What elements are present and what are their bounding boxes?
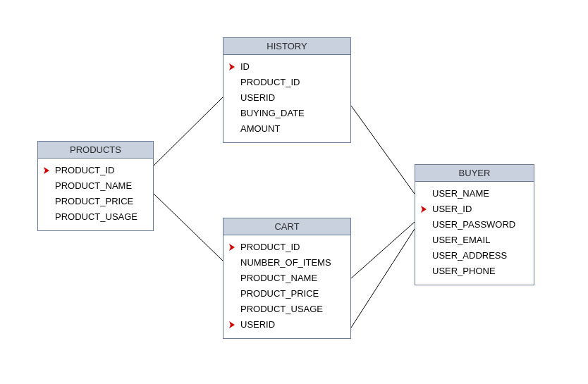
entity-cart-title: CART bbox=[223, 218, 350, 235]
entity-cart[interactable]: CART PRODUCT_ID NUMBER_OF_ITEMS PRODUCT_… bbox=[223, 218, 351, 339]
field-row: BUYING_DATE bbox=[223, 106, 350, 121]
svg-line-1 bbox=[154, 194, 223, 261]
primary-key-icon bbox=[228, 62, 239, 72]
key-slot-empty bbox=[228, 258, 239, 268]
key-slot-empty bbox=[419, 251, 431, 261]
entity-products-title: PRODUCTS bbox=[38, 142, 153, 159]
field-label: PRODUCT_USAGE bbox=[54, 210, 137, 224]
primary-key-icon bbox=[228, 320, 239, 330]
field-row: NUMBER_OF_ITEMS bbox=[223, 255, 350, 271]
field-label: PRODUCT_PRICE bbox=[239, 287, 319, 301]
field-row: USER_NAME bbox=[415, 186, 534, 202]
field-row: USERID bbox=[223, 317, 350, 333]
svg-line-3 bbox=[351, 222, 415, 278]
field-label: PRODUCT_ID bbox=[239, 240, 300, 254]
key-slot-empty bbox=[419, 235, 431, 245]
entity-history[interactable]: HISTORY ID PRODUCT_ID USERID BUYING_DATE… bbox=[223, 37, 351, 143]
svg-marker-7 bbox=[229, 244, 235, 251]
svg-marker-9 bbox=[421, 206, 427, 213]
entity-products[interactable]: PRODUCTS PRODUCT_ID PRODUCT_NAME PRODUCT… bbox=[37, 141, 154, 231]
field-row: PRODUCT_ID bbox=[223, 240, 350, 255]
field-row: PRODUCT_PRICE bbox=[223, 286, 350, 302]
field-row: PRODUCT_ID bbox=[38, 163, 153, 178]
field-label: USER_PASSWORD bbox=[431, 218, 515, 232]
field-row: USER_ID bbox=[415, 202, 534, 217]
field-row: PRODUCT_USAGE bbox=[38, 209, 153, 225]
svg-line-0 bbox=[154, 97, 223, 166]
field-row: PRODUCT_NAME bbox=[223, 271, 350, 286]
field-row: ID bbox=[223, 59, 350, 75]
key-slot-empty bbox=[228, 273, 239, 283]
field-label: PRODUCT_NAME bbox=[54, 179, 132, 193]
field-row: USER_EMAIL bbox=[415, 233, 534, 248]
field-label: USERID bbox=[239, 91, 275, 105]
field-row: USER_ADDRESS bbox=[415, 248, 534, 264]
key-slot-empty bbox=[42, 197, 54, 206]
svg-marker-8 bbox=[229, 321, 235, 328]
field-label: AMOUNT bbox=[239, 122, 280, 136]
key-slot-empty bbox=[42, 181, 54, 191]
key-slot-empty bbox=[419, 189, 431, 199]
field-label: PRODUCT_ID bbox=[54, 163, 115, 178]
field-row: PRODUCT_NAME bbox=[38, 178, 153, 194]
field-row: USER_PHONE bbox=[415, 264, 534, 279]
field-label: PRODUCT_ID bbox=[239, 75, 300, 89]
key-slot-empty bbox=[42, 212, 54, 222]
field-label: ID bbox=[239, 60, 250, 74]
field-label: USER_EMAIL bbox=[431, 233, 490, 247]
field-row: USERID bbox=[223, 90, 350, 106]
field-label: BUYING_DATE bbox=[239, 106, 305, 120]
field-label: PRODUCT_USAGE bbox=[239, 302, 323, 316]
field-row: PRODUCT_ID bbox=[223, 75, 350, 90]
field-label: NUMBER_OF_ITEMS bbox=[239, 256, 331, 270]
field-label: USER_PHONE bbox=[431, 264, 496, 278]
key-slot-empty bbox=[419, 220, 431, 230]
entity-history-title: HISTORY bbox=[223, 38, 350, 55]
field-row: PRODUCT_USAGE bbox=[223, 302, 350, 317]
entity-buyer-fields: USER_NAME USER_ID USER_PASSWORD USER_EMA… bbox=[415, 182, 534, 285]
key-slot-empty bbox=[228, 289, 239, 299]
svg-line-4 bbox=[351, 229, 415, 328]
primary-key-icon bbox=[42, 166, 54, 175]
key-slot-empty bbox=[228, 304, 239, 314]
primary-key-icon bbox=[419, 204, 431, 214]
entity-buyer[interactable]: BUYER USER_NAME USER_ID USER_PASSWORD US… bbox=[415, 164, 534, 285]
field-label: USER_ADDRESS bbox=[431, 249, 507, 263]
field-label: PRODUCT_PRICE bbox=[54, 194, 133, 209]
key-slot-empty bbox=[228, 93, 239, 103]
field-label: USER_ID bbox=[431, 202, 472, 216]
field-label: USERID bbox=[239, 318, 275, 332]
key-slot-empty bbox=[419, 266, 431, 276]
field-row: PRODUCT_PRICE bbox=[38, 194, 153, 209]
field-row: USER_PASSWORD bbox=[415, 217, 534, 233]
entity-buyer-title: BUYER bbox=[415, 165, 534, 182]
svg-marker-5 bbox=[44, 167, 49, 174]
field-label: USER_NAME bbox=[431, 187, 489, 201]
entity-products-fields: PRODUCT_ID PRODUCT_NAME PRODUCT_PRICE PR… bbox=[38, 159, 153, 230]
field-row: AMOUNT bbox=[223, 121, 350, 137]
field-label: PRODUCT_NAME bbox=[239, 271, 317, 285]
svg-line-2 bbox=[351, 106, 415, 194]
svg-marker-6 bbox=[229, 63, 235, 70]
primary-key-icon bbox=[228, 242, 239, 252]
entity-history-fields: ID PRODUCT_ID USERID BUYING_DATE AMOUNT bbox=[223, 55, 350, 142]
key-slot-empty bbox=[228, 78, 239, 87]
entity-cart-fields: PRODUCT_ID NUMBER_OF_ITEMS PRODUCT_NAME … bbox=[223, 235, 350, 338]
key-slot-empty bbox=[228, 109, 239, 118]
key-slot-empty bbox=[228, 124, 239, 134]
